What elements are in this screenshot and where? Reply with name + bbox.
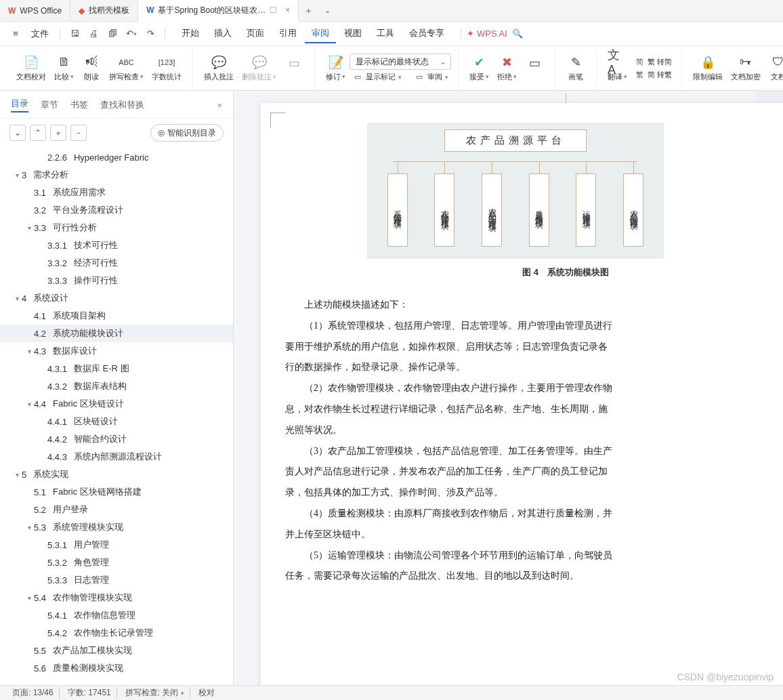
- tab-document[interactable]: W 基于Spring Boot的区块链农… ☐ ×: [138, 0, 299, 22]
- trad-to-simp-button[interactable]: 简繁 转简: [631, 56, 675, 68]
- toc-row[interactable]: 4.4.3系统内部溯源流程设计: [0, 448, 233, 466]
- toc-row[interactable]: 4.2系统功能模块设计: [0, 325, 233, 342]
- toc-number: 5.3.3: [47, 575, 67, 585]
- toc-row[interactable]: ▾5.3系统管理模块实现: [0, 518, 233, 536]
- insert-comment-button[interactable]: 💬插入批注: [200, 54, 238, 83]
- toc-row[interactable]: 5.2用户登录: [0, 501, 233, 518]
- comment-pane-icon: ▭: [289, 56, 300, 70]
- comment-nav-button[interactable]: ▭: [280, 54, 308, 82]
- word-count-button[interactable]: [123]字数统计: [148, 54, 186, 83]
- status-spellcheck[interactable]: 拼写检查: 关闭 ▾: [120, 687, 191, 699]
- sidebar-tab-bookmark[interactable]: 书签: [70, 99, 88, 111]
- toc-row[interactable]: 5.4.2农作物生长记录管理: [0, 624, 233, 642]
- show-markup-button[interactable]: ▭显示标记▾: [350, 71, 404, 83]
- sidebar-tab-find[interactable]: 查找和替换: [100, 99, 144, 111]
- toc-row[interactable]: 5.3.1用户管理: [0, 536, 233, 554]
- toc-row[interactable]: 5.3.3日志管理: [0, 571, 233, 589]
- toc-row[interactable]: 4.3.1数据库 E-R 图: [0, 360, 233, 377]
- menu-tab-start[interactable]: 开始: [175, 24, 206, 43]
- save-icon[interactable]: 🖫: [66, 25, 83, 43]
- display-mode-select[interactable]: 显示标记的最终状态: [350, 54, 451, 70]
- toc-row[interactable]: 4.4.2智能合约设计: [0, 430, 233, 448]
- tab-menu-chevron-icon[interactable]: ⌄: [318, 0, 337, 21]
- tab-templates[interactable]: ◆ 找稻壳模板: [70, 0, 138, 21]
- toc-number: 5.3: [34, 522, 46, 533]
- print-icon[interactable]: 🖨: [85, 25, 102, 43]
- accept-button[interactable]: ✔接受▾: [465, 54, 493, 83]
- toc-row[interactable]: 4.3.2数据库表结构: [0, 377, 233, 395]
- delete-comment-button[interactable]: 💬删除批注▾: [238, 54, 280, 83]
- toc-row[interactable]: 5.1Fabric 区块链网络搭建: [0, 483, 233, 501]
- sidebar-close-icon[interactable]: ×: [217, 100, 222, 110]
- ribbon-group-proof: 📄文档校对 🗎比较▾ 🕬朗读 ABC拼写检查▾ [123]字数统计: [5, 46, 193, 90]
- tab-close-icon[interactable]: ×: [285, 5, 290, 15]
- review-pane-button[interactable]: ▭审阅▾: [411, 71, 451, 83]
- toc-row[interactable]: ▾4系统设计: [0, 289, 233, 307]
- menu-icon[interactable]: ≡: [7, 25, 24, 43]
- menu-tab-reference[interactable]: 引用: [272, 24, 303, 43]
- toc-row[interactable]: 3.3.2经济可行性: [0, 254, 233, 272]
- sidebar-tab-chapter[interactable]: 章节: [41, 99, 58, 111]
- toc-number: 5.5: [34, 646, 46, 656]
- status-words[interactable]: 字数: 17451: [62, 687, 117, 699]
- toc-row[interactable]: ▾5系统实现: [0, 466, 233, 483]
- markup-icon: ▭: [352, 73, 363, 81]
- sidebar-tab-toc[interactable]: 目录: [11, 98, 28, 112]
- file-menu[interactable]: 文件: [26, 26, 54, 41]
- menu-tab-insert[interactable]: 插入: [207, 24, 238, 43]
- encrypt-button[interactable]: 🗝文档加密: [727, 54, 765, 83]
- smart-toc-button[interactable]: ◎智能识别目录: [150, 124, 224, 142]
- redo-icon[interactable]: ↷: [142, 25, 159, 43]
- menu-tab-view[interactable]: 视图: [337, 24, 368, 43]
- toc-row[interactable]: 4.4.1区块链设计: [0, 413, 233, 430]
- toc-row[interactable]: ▾3.3可行性分析: [0, 219, 233, 236]
- toc-row[interactable]: 2.2.6Hyperledger Fabric: [0, 148, 233, 166]
- paragraph: 并上传至区块链中。: [285, 524, 783, 545]
- toc-row[interactable]: 3.2平台业务流程设计: [0, 201, 233, 219]
- toc-row[interactable]: 4.1系统项目架构: [0, 307, 233, 325]
- toc-collapse-button[interactable]: ⌄: [9, 125, 26, 141]
- toc-row[interactable]: ▾3需求分析: [0, 166, 233, 184]
- toc-expand-button[interactable]: ⌃: [30, 125, 46, 141]
- undo-icon[interactable]: ↶▾: [123, 25, 140, 43]
- tab-label: 找稻壳模板: [89, 5, 129, 16]
- toc-row[interactable]: ▾5.4农作物管理模块实现: [0, 589, 233, 606]
- change-nav-button[interactable]: ▭: [521, 54, 548, 82]
- toc-row[interactable]: 5.4.1农作物信息管理: [0, 606, 233, 624]
- track-changes-button[interactable]: 📝修订▾: [322, 54, 350, 83]
- toc-add-button[interactable]: ＋: [50, 125, 66, 141]
- toc-row[interactable]: ▾4.4Fabric 区块链设计: [0, 395, 233, 413]
- tab-home[interactable]: W WPS Office: [0, 0, 70, 21]
- menu-tab-vip[interactable]: 会员专享: [402, 24, 451, 43]
- pen-button[interactable]: ✎画笔: [562, 54, 589, 83]
- toc-row[interactable]: 5.5农产品加工模块实现: [0, 642, 233, 659]
- menu-tab-review[interactable]: 审阅: [305, 24, 336, 43]
- status-proof[interactable]: 校对: [193, 687, 220, 699]
- translate-button[interactable]: 文A翻译▾: [604, 54, 631, 83]
- word-doc-icon: W: [146, 5, 154, 15]
- read-aloud-button[interactable]: 🕬朗读: [78, 54, 105, 83]
- toc-remove-button[interactable]: －: [70, 125, 87, 141]
- new-tab-button[interactable]: ＋: [299, 0, 318, 21]
- reject-button[interactable]: ✖拒绝▾: [493, 54, 521, 83]
- compare-button[interactable]: 🗎比较▾: [50, 54, 78, 83]
- search-icon[interactable]: 🔍: [509, 25, 526, 43]
- toc-row[interactable]: 5.3.2角色管理: [0, 554, 233, 571]
- doc-auth-button[interactable]: 🛡文档: [765, 54, 783, 83]
- spellcheck-button[interactable]: ABC拼写检查▾: [105, 54, 148, 83]
- toc-row[interactable]: 3.3.1技术可行性: [0, 236, 233, 254]
- document-viewport[interactable]: 农产品溯源平台 系统管理模块农作物管理模块农产品加工管理模块质量检测模块运输管理…: [234, 91, 783, 685]
- toc-row[interactable]: 3.3.3操作可行性: [0, 272, 233, 289]
- menu-tab-page[interactable]: 页面: [240, 24, 271, 43]
- toc-row[interactable]: ▾4.3数据库设计: [0, 342, 233, 360]
- restrict-edit-button[interactable]: 🔒限制编辑: [689, 54, 727, 83]
- status-page[interactable]: 页面: 13/46: [7, 687, 60, 699]
- print-preview-icon[interactable]: 🗐: [104, 25, 121, 43]
- toc-row[interactable]: 3.1系统应用需求: [0, 184, 233, 201]
- simp-to-trad-button[interactable]: 繁简 转繁: [631, 69, 675, 81]
- toc-list[interactable]: 2.2.6Hyperledger Fabric▾3需求分析3.1系统应用需求3.…: [0, 147, 233, 685]
- menu-tab-tools[interactable]: 工具: [370, 24, 401, 43]
- toc-row[interactable]: 5.6质量检测模块实现: [0, 659, 233, 677]
- doc-proof-button[interactable]: 📄文档校对: [12, 54, 50, 83]
- wps-ai-button[interactable]: ✦WPS AI: [467, 28, 507, 39]
